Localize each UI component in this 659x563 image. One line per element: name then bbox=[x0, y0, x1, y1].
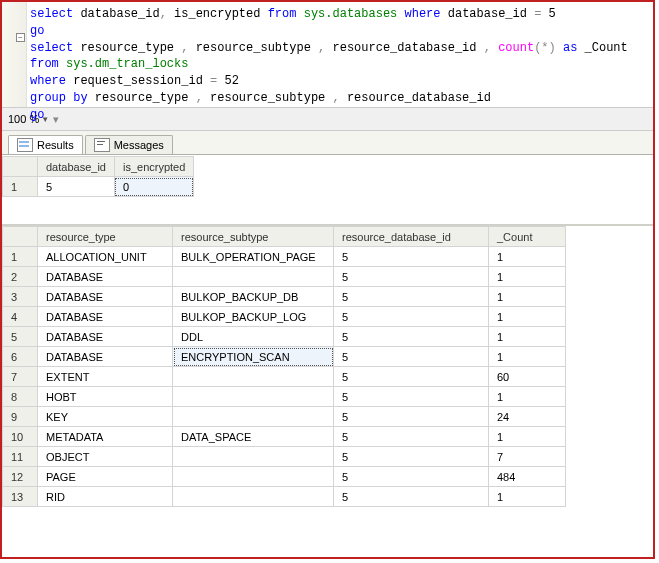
cell[interactable]: 5 bbox=[334, 247, 489, 267]
cell[interactable]: BULK_OPERATION_PAGE bbox=[173, 247, 334, 267]
cell[interactable]: 5 bbox=[334, 287, 489, 307]
editor-line[interactable]: group by resource_type , resource_subtyp… bbox=[30, 90, 647, 107]
row-number[interactable]: 9 bbox=[3, 407, 38, 427]
cell[interactable]: 5 bbox=[334, 407, 489, 427]
table-row[interactable]: 11OBJECT57 bbox=[3, 447, 566, 467]
row-number[interactable]: 12 bbox=[3, 467, 38, 487]
column-header[interactable]: resource_type bbox=[38, 227, 173, 247]
tab-results[interactable]: Results bbox=[8, 135, 83, 154]
cell[interactable]: 5 bbox=[334, 307, 489, 327]
cell[interactable]: DATABASE bbox=[38, 287, 173, 307]
cell[interactable]: 1 bbox=[489, 247, 566, 267]
cell[interactable]: BULKOP_BACKUP_LOG bbox=[173, 307, 334, 327]
cell[interactable]: 5 bbox=[334, 427, 489, 447]
cell[interactable]: 5 bbox=[334, 367, 489, 387]
cell[interactable]: 5 bbox=[334, 447, 489, 467]
row-number[interactable]: 7 bbox=[3, 367, 38, 387]
fold-toggle-icon[interactable]: − bbox=[16, 33, 25, 42]
cell[interactable]: 1 bbox=[489, 327, 566, 347]
row-number[interactable]: 13 bbox=[3, 487, 38, 507]
table-row[interactable]: 9KEY524 bbox=[3, 407, 566, 427]
grid-corner[interactable] bbox=[3, 227, 38, 247]
editor-line[interactable]: go bbox=[30, 107, 647, 124]
cell[interactable] bbox=[173, 407, 334, 427]
row-number[interactable]: 1 bbox=[3, 177, 38, 197]
cell[interactable]: 5 bbox=[334, 467, 489, 487]
cell[interactable]: 5 bbox=[334, 327, 489, 347]
table-row[interactable]: 7EXTENT560 bbox=[3, 367, 566, 387]
sql-editor[interactable]: − select database_id, is_encrypted from … bbox=[2, 2, 653, 107]
editor-line[interactable]: go bbox=[30, 23, 647, 40]
editor-line[interactable]: from sys.dm_tran_locks bbox=[30, 56, 647, 73]
tab-messages[interactable]: Messages bbox=[85, 135, 173, 154]
row-number[interactable]: 3 bbox=[3, 287, 38, 307]
cell[interactable]: 1 bbox=[489, 347, 566, 367]
cell[interactable]: DATABASE bbox=[38, 327, 173, 347]
row-number[interactable]: 1 bbox=[3, 247, 38, 267]
cell[interactable]: DATABASE bbox=[38, 347, 173, 367]
cell[interactable]: 1 bbox=[489, 387, 566, 407]
row-number[interactable]: 4 bbox=[3, 307, 38, 327]
column-header[interactable]: resource_subtype bbox=[173, 227, 334, 247]
cell[interactable]: 484 bbox=[489, 467, 566, 487]
cell[interactable]: 7 bbox=[489, 447, 566, 467]
row-number[interactable]: 11 bbox=[3, 447, 38, 467]
editor-line[interactable]: select database_id, is_encrypted from sy… bbox=[30, 6, 647, 23]
cell[interactable] bbox=[173, 387, 334, 407]
column-header[interactable]: is_encrypted bbox=[114, 157, 193, 177]
cell[interactable]: DATABASE bbox=[38, 307, 173, 327]
column-header[interactable]: resource_database_id bbox=[334, 227, 489, 247]
table-row[interactable]: 6DATABASEENCRYPTION_SCAN51 bbox=[3, 347, 566, 367]
cell[interactable]: 1 bbox=[489, 307, 566, 327]
cell[interactable]: 0 bbox=[114, 177, 193, 197]
cell[interactable]: DATA_SPACE bbox=[173, 427, 334, 447]
cell[interactable]: RID bbox=[38, 487, 173, 507]
table-row[interactable]: 10METADATADATA_SPACE51 bbox=[3, 427, 566, 447]
cell[interactable]: ENCRYPTION_SCAN bbox=[173, 347, 334, 367]
cell[interactable]: METADATA bbox=[38, 427, 173, 447]
cell[interactable] bbox=[173, 367, 334, 387]
cell[interactable]: 5 bbox=[38, 177, 115, 197]
cell[interactable]: 1 bbox=[489, 487, 566, 507]
row-number[interactable]: 6 bbox=[3, 347, 38, 367]
cell[interactable]: 24 bbox=[489, 407, 566, 427]
table-row[interactable]: 8HOBT51 bbox=[3, 387, 566, 407]
cell[interactable]: DATABASE bbox=[38, 267, 173, 287]
cell[interactable]: 5 bbox=[334, 267, 489, 287]
row-number[interactable]: 8 bbox=[3, 387, 38, 407]
table-row[interactable]: 5DATABASEDDL51 bbox=[3, 327, 566, 347]
column-header[interactable]: _Count bbox=[489, 227, 566, 247]
cell[interactable] bbox=[173, 467, 334, 487]
cell[interactable]: 1 bbox=[489, 427, 566, 447]
cell[interactable]: BULKOP_BACKUP_DB bbox=[173, 287, 334, 307]
table-row[interactable]: 1ALLOCATION_UNITBULK_OPERATION_PAGE51 bbox=[3, 247, 566, 267]
result-grid-1[interactable]: database_idis_encrypted150 bbox=[2, 156, 194, 197]
cell[interactable]: 1 bbox=[489, 267, 566, 287]
table-row[interactable]: 150 bbox=[3, 177, 194, 197]
row-number[interactable]: 5 bbox=[3, 327, 38, 347]
cell[interactable]: 5 bbox=[334, 387, 489, 407]
result-grid-2[interactable]: resource_typeresource_subtyperesource_da… bbox=[2, 226, 566, 507]
table-row[interactable]: 2DATABASE51 bbox=[3, 267, 566, 287]
cell[interactable]: 5 bbox=[334, 347, 489, 367]
cell[interactable]: KEY bbox=[38, 407, 173, 427]
table-row[interactable]: 3DATABASEBULKOP_BACKUP_DB51 bbox=[3, 287, 566, 307]
cell[interactable]: PAGE bbox=[38, 467, 173, 487]
cell[interactable]: 5 bbox=[334, 487, 489, 507]
row-number[interactable]: 2 bbox=[3, 267, 38, 287]
cell[interactable]: EXTENT bbox=[38, 367, 173, 387]
table-row[interactable]: 12PAGE5484 bbox=[3, 467, 566, 487]
editor-line[interactable]: where request_session_id = 52 bbox=[30, 73, 647, 90]
cell[interactable]: DDL bbox=[173, 327, 334, 347]
grid-corner[interactable] bbox=[3, 157, 38, 177]
cell[interactable]: OBJECT bbox=[38, 447, 173, 467]
table-row[interactable]: 4DATABASEBULKOP_BACKUP_LOG51 bbox=[3, 307, 566, 327]
cell[interactable] bbox=[173, 447, 334, 467]
cell[interactable]: ALLOCATION_UNIT bbox=[38, 247, 173, 267]
table-row[interactable]: 13RID51 bbox=[3, 487, 566, 507]
row-number[interactable]: 10 bbox=[3, 427, 38, 447]
cell[interactable]: 60 bbox=[489, 367, 566, 387]
cell[interactable]: HOBT bbox=[38, 387, 173, 407]
editor-line[interactable]: select resource_type , resource_subtype … bbox=[30, 40, 647, 57]
cell[interactable] bbox=[173, 487, 334, 507]
